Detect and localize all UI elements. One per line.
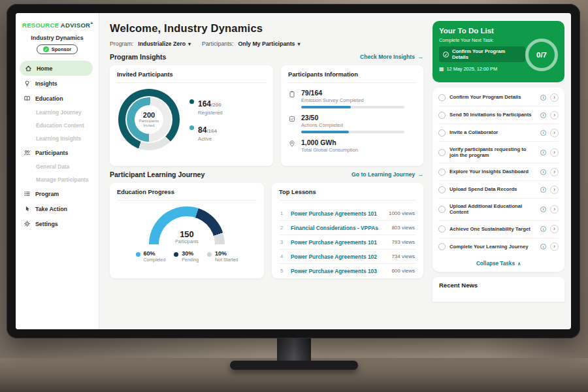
chevron-right-icon[interactable] (550, 93, 559, 102)
actions-progress-bar (301, 131, 404, 133)
task-checkbox[interactable] (438, 112, 446, 119)
task-row[interactable]: Confirm Your Program Details (438, 89, 559, 106)
chevron-up-icon (517, 261, 521, 267)
task-checkbox[interactable] (438, 94, 446, 101)
chevron-right-icon[interactable] (550, 186, 559, 194)
chevron-right-icon[interactable] (550, 242, 559, 251)
task-checkbox[interactable] (438, 186, 446, 193)
go-to-learning-journey-link[interactable]: Go to Learning Journey (351, 171, 423, 178)
education-card-title: Education Progress (117, 189, 257, 201)
task-checkbox[interactable] (438, 149, 446, 156)
sidebar-item-manage-participants[interactable]: Manage Participants (16, 173, 99, 186)
education-progress-card: Education Progress 150 Participants (110, 183, 264, 278)
organization-name: Industry Dynamics (16, 35, 99, 41)
task-row[interactable]: Verify participants requesting to join t… (438, 142, 559, 163)
main-content: Welcome, Industry Dynamics Program: Indu… (99, 13, 433, 329)
lesson-row: 1 Power Purchase Agreements 101 1000 vie… (279, 206, 416, 221)
info-icon[interactable] (540, 150, 546, 155)
check-circle-icon (443, 52, 449, 57)
chevron-right-icon[interactable] (550, 168, 559, 176)
task-checkbox[interactable] (438, 225, 446, 233)
lesson-row: 3 Power Purchase Agreements 101 793 view… (279, 235, 416, 250)
sponsor-badge[interactable]: Sponsor (37, 44, 78, 54)
task-row[interactable]: Invite a Collaborator (438, 124, 559, 142)
task-checkbox[interactable] (438, 243, 446, 250)
clipboard-icon (288, 90, 296, 98)
gauge-center-value: 150 (149, 230, 225, 239)
location-pin-icon (288, 140, 296, 148)
sidebar-nav: Home Insights Education Learning Journey… (16, 61, 99, 231)
program-insights-header: Program Insights Check More Insights (110, 53, 423, 61)
info-icon[interactable] (540, 244, 546, 250)
task-row[interactable]: Achieve One Sustainability Target (438, 221, 559, 238)
task-checkbox[interactable] (438, 129, 446, 137)
chevron-right-icon[interactable] (550, 129, 559, 137)
info-card-title: Participants Information (288, 71, 416, 83)
sidebar-item-settings[interactable]: Settings (16, 216, 99, 231)
todo-header-card: Your To Do List Complete Your Next Task:… (433, 21, 564, 82)
task-checkbox[interactable] (438, 169, 446, 176)
info-icon[interactable] (540, 112, 546, 118)
check-more-insights-link[interactable]: Check More Insights (360, 54, 423, 60)
chevron-right-icon[interactable] (550, 111, 559, 120)
legend-active: 84/164 Active (189, 123, 223, 142)
pending-dot-icon (174, 252, 178, 257)
donut-legend: 164/200 Registered 84/164 Active (189, 97, 223, 142)
chevron-right-icon[interactable] (550, 205, 559, 214)
info-icon[interactable] (540, 169, 546, 175)
info-icon[interactable] (540, 187, 546, 193)
program-filter-label: Program: (110, 41, 133, 47)
lesson-link[interactable]: Financial Considerations - VPPAs (291, 225, 386, 231)
info-icon[interactable] (540, 95, 546, 101)
chevron-right-icon[interactable] (550, 225, 559, 233)
info-icon[interactable] (540, 130, 546, 136)
sidebar-item-learning-journey[interactable]: Learning Journey (16, 106, 99, 119)
lesson-row: 2 Financial Considerations - VPPAs 803 v… (279, 221, 416, 235)
lesson-link[interactable]: Power Purchase Agreements 101 (291, 210, 384, 217)
sidebar-item-take-action[interactable]: Take Action (16, 201, 99, 216)
section-title-program-insights: Program Insights (110, 53, 166, 61)
recent-news-title: Recent News (439, 282, 478, 289)
task-row[interactable]: Send 50 Invitations to Participants (438, 106, 559, 124)
monitor-stand-neck (277, 335, 311, 363)
sidebar-item-education-content[interactable]: Education Content (16, 119, 99, 132)
lightbulb-icon (24, 80, 31, 87)
sidebar-item-insights[interactable]: Insights (16, 76, 99, 91)
monitor-frame: RESOURCE ADVISOR+ Industry Dynamics Spon… (7, 4, 580, 338)
learning-journey-header: Participant Learning Journey Go to Learn… (110, 171, 423, 178)
lesson-link[interactable]: Power Purchase Agreements 101 (291, 239, 386, 246)
participants-select[interactable]: Only My Participants (238, 41, 300, 47)
not-started-dot-icon (207, 252, 212, 257)
collapse-tasks-link[interactable]: Collapse Tasks (438, 255, 559, 269)
sponsor-badge-label: Sponsor (52, 46, 71, 52)
sidebar-item-education[interactable]: Education (16, 91, 99, 106)
sidebar-item-program[interactable]: Program (16, 186, 99, 201)
task-row[interactable]: Complete Your Learning Journey (438, 238, 559, 255)
chevron-right-icon[interactable] (550, 148, 559, 157)
lesson-link[interactable]: Power Purchase Agreements 102 (291, 253, 386, 260)
active-dot-icon (189, 125, 194, 130)
info-icon[interactable] (540, 226, 546, 232)
sidebar-item-participants[interactable]: Participants (16, 145, 99, 160)
lesson-link[interactable]: Power Purchase Agreements 103 (291, 268, 386, 274)
todo-task-list: Confirm Your Program Details Send 50 Inv… (433, 88, 564, 272)
top-lessons-title: Top Lessons (279, 189, 416, 201)
task-row[interactable]: Upload Spend Data Records (438, 181, 559, 199)
sidebar-item-general-data[interactable]: General Data (16, 160, 99, 173)
cursor-hand-icon (24, 205, 31, 212)
chevron-down-icon (297, 41, 300, 47)
recent-news-card: Recent News (433, 277, 564, 302)
dashboard-screen: RESOURCE ADVISOR+ Industry Dynamics Spon… (16, 13, 571, 329)
task-row[interactable]: Explore Your Insights Dashboard (438, 163, 559, 181)
stat-emission-survey: 79/164 Emission Survey Completed (288, 89, 416, 108)
sponsor-badge-icon (43, 46, 49, 52)
program-select[interactable]: Industrialize Zero (138, 41, 191, 47)
next-task-chip[interactable]: Confirm Your Program Details (439, 46, 525, 62)
task-checkbox[interactable] (438, 206, 446, 213)
sidebar-item-home[interactable]: Home (20, 61, 93, 76)
task-row[interactable]: Upload Additional Educational Content (438, 199, 559, 220)
sidebar-item-learning-insights[interactable]: Learning Insights (16, 132, 99, 145)
participants-filter-label: Participants: (202, 41, 233, 47)
filter-bar: Program: Industrialize Zero Participants… (110, 41, 423, 47)
info-icon[interactable] (540, 206, 546, 212)
